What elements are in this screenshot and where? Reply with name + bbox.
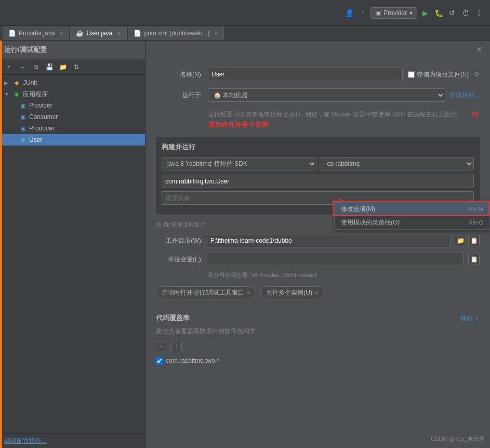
coverage-item-label: com.rabbitmq.two.* xyxy=(166,357,219,364)
env-btns: 📋 xyxy=(468,254,480,265)
coverage-item-checkbox[interactable] xyxy=(156,358,163,364)
tab-user[interactable]: ☕ User.java ✕ xyxy=(70,27,127,40)
debug-button[interactable]: 🐛 xyxy=(433,7,444,19)
chevron-down-icon: ▾ xyxy=(409,9,413,17)
gear-icon[interactable]: ⚙ xyxy=(474,71,480,78)
timer-button[interactable]: ⏱ xyxy=(460,7,471,19)
workdir-input[interactable] xyxy=(207,234,451,247)
workdir-label: 工作目录(W): xyxy=(156,236,203,245)
manage-targets-link[interactable]: 管理目标... xyxy=(449,91,480,100)
tree-label-app: 应用程序 xyxy=(23,90,48,99)
tree-item-producer[interactable]: ▣ Producer xyxy=(0,123,145,134)
tree-item-user[interactable]: ▣ User xyxy=(0,134,145,146)
workdir-btns: 📁 📋 xyxy=(455,235,480,246)
play-button[interactable]: ▶ xyxy=(419,7,431,19)
coverage-title: 代码覆盖率 xyxy=(156,313,190,323)
dropdown-overlay: 修改选项(M) Alt+M 使用模块的类路径(O) Alt+O xyxy=(334,202,490,230)
run-on-row: 运行于: 🏠 本地机器 管理目标... xyxy=(156,88,480,102)
name-input[interactable] xyxy=(208,68,403,81)
jre-select[interactable]: java 8 'rabbitmq' 模块的 SDK xyxy=(162,157,316,170)
save-config-button[interactable]: 💾 xyxy=(44,61,55,73)
coverage-controls: − + xyxy=(156,341,480,351)
save-checkbox[interactable] xyxy=(408,71,415,78)
dropdown-item-classpath-label: 使用模块的类路径(O) xyxy=(341,218,400,227)
remove-config-button[interactable]: − xyxy=(17,61,28,73)
sort-config-button[interactable]: ⇅ xyxy=(71,61,82,73)
expand-icon-app: ▼ xyxy=(4,91,10,97)
dialog-wrapper: 运行/调试配置 + − ⧉ 💾 📁 ⇅ ▶ ◆ JUnit ▼ ▣ 应用程序 xyxy=(0,41,490,448)
tree-item-consumer[interactable]: ▣ Consumer xyxy=(0,111,145,123)
arrow-icon[interactable]: ↑ xyxy=(357,7,368,19)
workdir-row: 工作目录(W): 📁 📋 xyxy=(156,234,480,247)
tree-item-app[interactable]: ▼ ▣ 应用程序 xyxy=(0,88,145,100)
tab-user-close[interactable]: ✕ xyxy=(117,31,121,36)
dropdown-item-modify-shortcut: Alt+M xyxy=(469,206,483,212)
chip-open-window-close[interactable]: ✕ xyxy=(246,290,250,296)
save-checkbox-label[interactable]: 存储为项目文件(S) xyxy=(408,70,469,79)
coverage-remove-button[interactable]: − xyxy=(156,341,166,351)
provider-dropdown-label: Provider xyxy=(383,9,407,17)
sidebar-footer: 编辑配置模板... xyxy=(0,433,145,448)
tab-provider-close[interactable]: ✕ xyxy=(59,31,63,36)
dialog-content: ✕ 名称(N): 存储为项目文件(S) ⚙ 运行于: 🏠 本地机器 xyxy=(145,41,490,448)
workdir-var-button[interactable]: 📋 xyxy=(468,235,480,246)
tree-label-user: User xyxy=(29,136,42,143)
dropdown-item-modify-label: 修改选项(M) xyxy=(341,205,375,214)
chip-open-window: 启动时打开运行/调试工具窗口 ✕ xyxy=(156,286,256,299)
env-row: 环境变量(E): 📋 xyxy=(156,253,480,266)
dialog-close-button[interactable]: ✕ xyxy=(473,45,484,55)
workdir-browse-button[interactable]: 📁 xyxy=(455,235,466,246)
coverage-add-button[interactable]: + xyxy=(171,341,182,351)
provider-dropdown-icon: ▣ xyxy=(375,9,381,17)
edit-templates-link[interactable]: 编辑配置模板... xyxy=(4,437,47,445)
coverage-section: 代码覆盖率 修改 ∨ 要包含在覆盖率数据中的软件包和类 − + com.rabb… xyxy=(156,307,480,366)
coverage-item: com.rabbitmq.two.* xyxy=(156,355,480,366)
env-label: 环境变量(E): xyxy=(156,255,203,264)
producer-icon: ▣ xyxy=(19,124,27,133)
tab-provider-label: Provider.java xyxy=(19,30,55,37)
chip-allow-multiple-close[interactable]: ✕ xyxy=(314,290,319,296)
add-config-button[interactable]: + xyxy=(3,61,15,73)
run-info-text: 运行配置可以在本地或目标上执行: 例如，在 Docker 容器中或使用 SSH … xyxy=(156,109,480,129)
csdn-watermark: CSDN @Hey_米氏胡 xyxy=(431,435,485,443)
env-browse-button[interactable]: 📋 xyxy=(468,254,480,265)
chips-row: 启动时打开运行/调试工具窗口 ✕ 允许多个实例(U) ✕ xyxy=(156,286,480,299)
run-info-content: 运行配置可以在本地或目标上执行: 例如，在 Docker 容器中或使用 SSH … xyxy=(208,111,463,118)
provider-icon: ▣ xyxy=(19,101,27,110)
dialog-title-bar: ✕ xyxy=(145,41,490,59)
toolbar-icons: 👤 ↑ ▣ Provider ▾ ▶ 🐛 ↺ ⏱ ⋮ xyxy=(343,7,485,19)
coverage-modify-link[interactable]: 修改 ∨ xyxy=(460,314,480,323)
name-row: 名称(N): 存储为项目文件(S) ⚙ xyxy=(156,68,480,81)
classpath-select[interactable]: -cp rabbitmq xyxy=(320,157,474,170)
dropdown-item-classpath[interactable]: 使用模块的类路径(O) Alt+O xyxy=(335,216,489,229)
run-on-select[interactable]: 🏠 本地机器 xyxy=(208,88,445,102)
copy-config-button[interactable]: ⧉ xyxy=(30,61,42,73)
chip-open-window-label: 启动时打开运行/调试工具窗口 xyxy=(162,288,244,297)
sidebar: 运行/调试配置 + − ⧉ 💾 📁 ⇅ ▶ ◆ JUnit ▼ ▣ 应用程序 xyxy=(0,41,145,448)
tree-label-junit: JUnit xyxy=(23,79,37,86)
tree-item-provider[interactable]: ▣ Provider xyxy=(0,100,145,111)
dropdown-item-modify[interactable]: 修改选项(M) Alt+M xyxy=(335,202,489,216)
build-run-title: 构建并运行 xyxy=(162,142,474,152)
tab-bar: 📄 Provider.java ✕ ☕ User.java ✕ 📄 pom.xm… xyxy=(0,26,490,41)
consumer-icon: ▣ xyxy=(19,113,27,121)
tree-view: ▶ ◆ JUnit ▼ ▣ 应用程序 ▣ Provider ▣ Consumer xyxy=(0,75,145,433)
run-on-label: 运行于: xyxy=(156,91,203,100)
user-icon[interactable]: 👤 xyxy=(343,7,355,19)
app-icon: ▣ xyxy=(12,90,21,98)
build-run-grid: java 8 'rabbitmq' 模块的 SDK -cp rabbitmq xyxy=(162,157,474,170)
tree-item-junit[interactable]: ▶ ◆ JUnit xyxy=(0,77,145,88)
env-input[interactable] xyxy=(207,253,464,266)
main-class-input[interactable] xyxy=(162,175,474,188)
save-checkbox-text: 存储为项目文件(S) xyxy=(417,70,469,79)
sidebar-title: 运行/调试配置 xyxy=(4,45,47,55)
tab-provider-icon: 📄 xyxy=(8,30,16,37)
tab-provider[interactable]: 📄 Provider.java ✕ xyxy=(3,27,69,40)
tab-pom[interactable]: 📄 pom.xml (dubbo-web...) ✕ xyxy=(128,27,224,40)
tab-pom-close[interactable]: ✕ xyxy=(214,31,218,36)
chip-allow-multiple: 允许多个实例(U) ✕ xyxy=(260,286,324,299)
provider-dropdown[interactable]: ▣ Provider ▾ xyxy=(370,7,417,19)
folder-config-button[interactable]: 📁 xyxy=(57,61,69,73)
more-button[interactable]: ⋮ xyxy=(473,7,485,19)
reload-button[interactable]: ↺ xyxy=(446,7,458,19)
